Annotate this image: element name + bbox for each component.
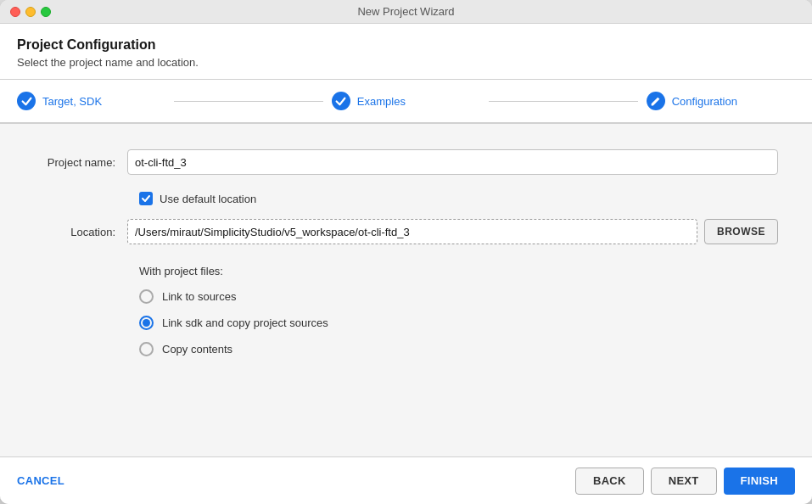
radio-inner-dot — [143, 319, 150, 327]
radio-link-sources-label: Link to sources — [162, 290, 236, 303]
use-default-location-row[interactable]: Use default location — [139, 192, 778, 205]
window: New Project Wizard Project Configuration… — [0, 0, 812, 504]
page-subtitle: Select the project name and location. — [17, 56, 795, 69]
main-content: Project name: Use default location Locat… — [0, 124, 812, 456]
step-pencil-icon — [647, 92, 665, 110]
back-button[interactable]: BACK — [575, 468, 644, 495]
step-label-1: Target, SDK — [42, 95, 102, 108]
finish-button[interactable]: FINISH — [724, 468, 795, 495]
radio-copy-contents[interactable]: Copy contents — [139, 342, 778, 356]
project-files-radio-group: Link to sources Link sdk and copy projec… — [139, 289, 778, 356]
next-button[interactable]: NEXT — [651, 468, 717, 495]
use-default-checkbox[interactable] — [139, 192, 153, 205]
browse-button[interactable]: BROWSE — [704, 219, 778, 244]
location-row: Location: BROWSE — [34, 219, 778, 244]
step-label-3: Configuration — [672, 95, 737, 108]
step-divider-2 — [489, 101, 637, 102]
step-examples[interactable]: Examples — [332, 92, 480, 110]
use-default-label: Use default location — [160, 193, 256, 205]
page-title: Project Configuration — [17, 37, 795, 53]
maximize-button[interactable] — [41, 7, 51, 17]
titlebar: New Project Wizard — [0, 0, 812, 24]
radio-copy-contents-button[interactable] — [139, 342, 154, 356]
step-target-sdk[interactable]: Target, SDK — [17, 92, 165, 110]
project-name-label: Project name: — [34, 156, 127, 169]
window-title: New Project Wizard — [357, 5, 454, 18]
radio-link-sdk-copy-button[interactable] — [139, 316, 154, 330]
footer: CANCEL BACK NEXT FINISH — [0, 456, 812, 504]
step-label-2: Examples — [357, 95, 406, 108]
location-label: Location: — [34, 226, 127, 238]
traffic-lights — [10, 7, 51, 17]
footer-actions: BACK NEXT FINISH — [575, 468, 795, 495]
project-files-label: With project files: — [139, 265, 778, 277]
step-configuration[interactable]: Configuration — [647, 92, 795, 110]
cancel-button[interactable]: CANCEL — [17, 474, 64, 487]
step-divider-1 — [174, 101, 322, 102]
close-button[interactable] — [10, 7, 20, 17]
radio-link-sources[interactable]: Link to sources — [139, 289, 778, 304]
step-check-icon-2 — [332, 92, 350, 110]
project-name-input[interactable] — [127, 149, 778, 175]
location-input[interactable] — [127, 219, 697, 244]
header: Project Configuration Select the project… — [0, 24, 812, 80]
radio-copy-contents-label: Copy contents — [162, 343, 232, 356]
project-name-row: Project name: — [34, 149, 778, 175]
radio-link-sdk-copy-label: Link sdk and copy project sources — [162, 316, 328, 329]
steps-bar: Target, SDK Examples Configuration — [0, 80, 812, 124]
radio-link-sdk-copy[interactable]: Link sdk and copy project sources — [139, 316, 778, 330]
minimize-button[interactable] — [25, 7, 36, 17]
step-check-icon-1 — [17, 92, 36, 110]
radio-link-sources-button[interactable] — [139, 289, 154, 304]
